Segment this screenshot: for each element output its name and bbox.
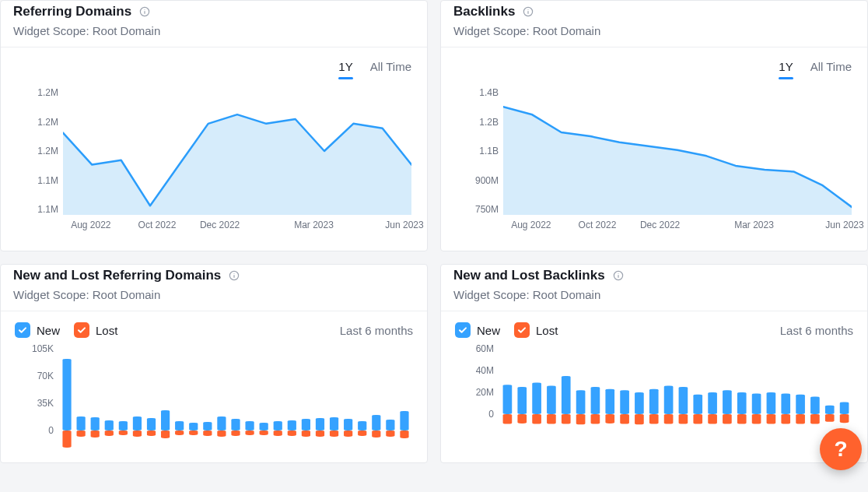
svg-rect-103 [796,414,805,424]
y-tick: 0 [488,409,494,420]
checkbox-icon [514,322,530,338]
legend-item-new[interactable]: New [455,322,500,338]
svg-rect-56 [386,430,394,437]
svg-rect-47 [330,417,338,430]
svg-rect-33 [231,419,240,430]
legend-label: Lost [536,324,558,337]
svg-rect-77 [605,414,614,423]
svg-rect-90 [708,392,717,414]
y-tick: 1.2M [16,87,58,98]
svg-rect-109 [840,414,849,423]
svg-rect-52 [358,430,366,436]
svg-rect-49 [344,419,352,430]
svg-rect-101 [781,414,790,424]
svg-rect-25 [175,421,184,430]
card-header: New and Lost Referring Domains Widget Sc… [1,265,427,311]
svg-rect-31 [217,416,226,430]
svg-rect-64 [517,387,527,414]
card-scope: Widget Scope: Root Domain [13,24,415,37]
svg-rect-72 [576,390,586,414]
svg-rect-98 [767,392,776,414]
card-scope: Widget Scope: Root Domain [453,288,855,301]
svg-rect-23 [161,410,170,430]
svg-rect-43 [302,419,310,430]
y-tick: 60M [476,343,494,354]
svg-rect-53 [372,415,380,430]
svg-rect-79 [620,414,629,424]
y-tick: 1.2M [16,146,58,156]
y-tick: 70K [37,371,54,381]
svg-rect-15 [105,420,114,430]
checkbox-icon [74,322,89,338]
svg-rect-18 [119,430,128,435]
svg-rect-94 [737,392,747,414]
range-tab-all-time[interactable]: All Time [810,60,852,78]
legend-item-new[interactable]: New [15,322,60,338]
range-tab-1y[interactable]: 1Y [338,60,352,78]
range-tabs: 1Y All Time [441,47,867,84]
svg-rect-73 [576,414,586,424]
svg-rect-17 [119,421,128,430]
svg-rect-24 [161,430,170,438]
svg-rect-99 [767,414,776,424]
svg-rect-66 [532,382,541,414]
svg-rect-13 [91,417,100,430]
legend-label: Lost [96,324,117,337]
legend-item-lost[interactable]: Lost [514,322,558,338]
y-tick: 0 [48,425,54,436]
svg-rect-96 [752,393,761,414]
svg-rect-75 [591,414,600,424]
svg-rect-57 [400,411,408,430]
y-tick: 105K [32,343,54,354]
legend-item-lost[interactable]: Lost [74,322,117,338]
info-icon[interactable] [613,270,624,281]
svg-rect-68 [547,386,556,414]
y-tick: 1.2B [457,117,499,128]
svg-rect-70 [562,376,571,414]
svg-rect-71 [562,414,571,424]
svg-rect-63 [503,414,513,424]
x-tick: Dec 2022 [640,220,680,230]
svg-rect-107 [825,414,835,422]
svg-rect-108 [840,402,849,414]
svg-rect-11 [77,416,86,430]
range-tab-all-time[interactable]: All Time [370,60,411,78]
info-icon[interactable] [229,270,240,281]
card-scope: Widget Scope: Root Domain [453,24,855,37]
y-tick: 900M [457,175,499,186]
svg-rect-42 [288,430,296,436]
svg-rect-91 [708,414,717,424]
svg-rect-36 [245,430,254,435]
svg-rect-40 [274,430,282,436]
svg-rect-14 [91,430,100,438]
svg-rect-12 [77,430,86,437]
svg-rect-81 [635,414,644,424]
new-lost-domains-chart: 105K70K35K0 [16,349,411,458]
svg-rect-44 [302,430,310,437]
y-tick: 1.1M [16,204,58,215]
x-tick: Jun 2023 [385,220,423,230]
info-icon[interactable] [139,6,150,17]
x-tick: Oct 2022 [579,220,617,230]
svg-rect-54 [372,430,380,438]
card-new-lost-backlinks: New and Lost Backlinks Widget Scope: Roo… [440,264,868,463]
svg-rect-65 [517,414,527,423]
help-fab[interactable]: ? [820,428,862,470]
card-header: Referring Domains Widget Scope: Root Dom… [1,1,427,47]
svg-rect-80 [635,392,644,414]
svg-rect-105 [810,414,820,424]
range-tab-1y[interactable]: 1Y [779,60,793,78]
y-tick: 1.1M [16,175,58,186]
svg-rect-100 [781,393,790,414]
card-title: New and Lost Backlinks [453,268,605,283]
checkbox-icon [15,322,30,338]
svg-rect-102 [796,395,805,414]
x-tick: Aug 2022 [511,220,551,230]
svg-rect-34 [231,430,240,436]
svg-rect-97 [752,414,761,424]
info-icon[interactable] [523,6,534,17]
legend-label: New [477,324,500,337]
svg-rect-41 [288,420,296,430]
svg-rect-87 [679,414,688,424]
y-tick: 1.4B [457,87,499,98]
